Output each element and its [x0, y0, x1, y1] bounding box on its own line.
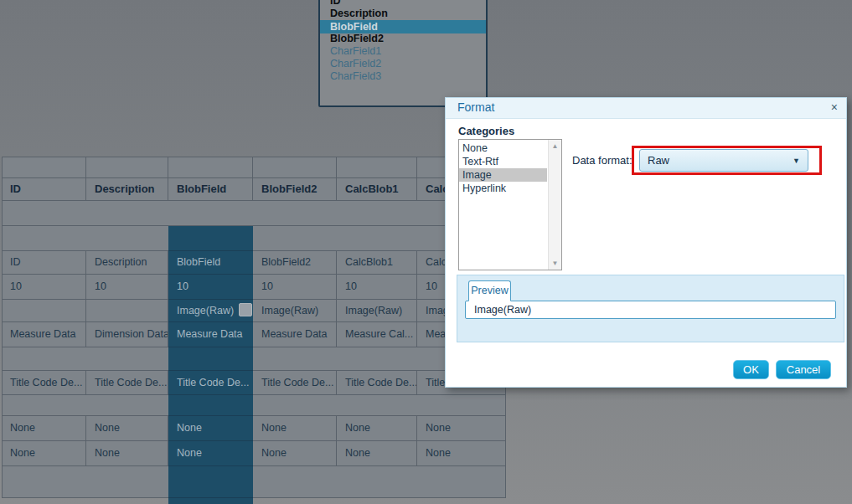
- grid-cell: [337, 157, 417, 178]
- field-list-item: CharField2: [320, 58, 486, 70]
- grid-cell: 10: [337, 275, 417, 300]
- category-option[interactable]: Hyperlink: [459, 182, 547, 195]
- grid-cell: [337, 395, 417, 416]
- grid-cell: [86, 347, 168, 371]
- grid-cell: [168, 201, 253, 226]
- grid-cell: [168, 347, 253, 371]
- grid-cell: [253, 157, 337, 178]
- format-dialog: Format × Categories NoneText-RtfImageHyp…: [445, 97, 847, 388]
- grid-cell: Title Code De...: [168, 371, 253, 395]
- grid-cell: None: [417, 416, 506, 441]
- grid-cell: Measure Cal...: [337, 322, 417, 347]
- listbox-scrollbar[interactable]: ▲ ▼: [548, 140, 561, 270]
- field-list-item: Description: [320, 8, 486, 20]
- grid-cell: [2, 300, 86, 322]
- preview-value: Image(Raw): [465, 301, 836, 319]
- grid-cell: None: [417, 441, 506, 466]
- grid-cell: [253, 226, 337, 251]
- browse-button: [239, 303, 252, 316]
- grid-header-cell: CalcBlob1: [337, 178, 417, 201]
- grid-cell: [2, 466, 86, 498]
- grid-header-cell: Description: [86, 178, 168, 201]
- grid-cell: None: [253, 416, 337, 441]
- ok-button[interactable]: OK: [733, 360, 769, 379]
- grid-cell: [337, 466, 417, 498]
- grid-cell: CalcBlob1: [337, 251, 417, 275]
- field-list-item: ID: [320, 0, 486, 8]
- grid-cell: [86, 157, 168, 178]
- grid-cell: Image(Raw): [337, 300, 417, 322]
- grid-cell: Image(Raw): [168, 300, 253, 322]
- grid-cell: Title Code De...: [337, 371, 417, 395]
- grid-cell: [253, 466, 337, 498]
- category-option[interactable]: Image: [459, 168, 547, 182]
- grid-cell: Measure Data: [2, 322, 86, 347]
- grid-cell: [168, 395, 253, 416]
- close-icon[interactable]: ×: [831, 100, 838, 114]
- grid-cell: [2, 347, 86, 371]
- grid-cell: 10: [2, 275, 86, 300]
- grid-cell: Title Code De...: [86, 371, 168, 395]
- grid-cell: Measure Data: [253, 322, 337, 347]
- data-format-dropdown[interactable]: Raw ▼: [639, 149, 808, 172]
- grid-cell: [337, 347, 417, 371]
- grid-cell: 10: [168, 275, 253, 300]
- grid-cell: Dimension Data: [86, 322, 168, 347]
- cancel-button[interactable]: Cancel: [776, 360, 831, 379]
- tab-preview[interactable]: Preview: [468, 280, 511, 301]
- grid-header-cell: BlobField: [168, 178, 253, 201]
- grid-cell: 10: [253, 275, 337, 300]
- grid-cell: [86, 466, 168, 498]
- application-window: IDDescriptionBlobFieldBlobField2CharFiel…: [0, 0, 852, 504]
- grid-cell: None: [168, 441, 253, 466]
- data-format-label: Data format:: [572, 149, 633, 172]
- dropdown-value: Raw: [648, 154, 669, 167]
- dialog-title: Format: [457, 100, 494, 114]
- grid-cell: BlobField: [168, 251, 253, 275]
- grid-cell: None: [253, 441, 337, 466]
- grid-header-cell: BlobField2: [253, 178, 337, 201]
- grid-cell: None: [2, 441, 86, 466]
- grid-cell: None: [168, 416, 253, 441]
- grid-cell: None: [2, 416, 86, 441]
- grid-cell: [253, 347, 337, 371]
- grid-cell: Title Code De...: [253, 371, 337, 395]
- grid-header-cell: ID: [2, 178, 86, 201]
- grid-cell: [2, 157, 86, 178]
- grid-cell: Title Code De...: [2, 371, 86, 395]
- grid-cell: [417, 395, 506, 416]
- field-list-item: CharField1: [320, 45, 486, 58]
- grid-cell: [253, 201, 337, 226]
- grid-cell: None: [86, 416, 168, 441]
- grid-cell: [337, 226, 417, 251]
- grid-cell: [168, 466, 253, 498]
- categories-label: Categories: [458, 125, 514, 137]
- grid-cell: [2, 201, 86, 226]
- category-option[interactable]: Text-Rtf: [459, 155, 547, 168]
- grid-cell: BlobField2: [253, 251, 337, 275]
- grid-cell: Description: [86, 251, 168, 275]
- grid-cell: [86, 201, 168, 226]
- grid-cell: ID: [2, 251, 86, 275]
- chevron-down-icon: ▼: [793, 150, 800, 172]
- scroll-up-icon[interactable]: ▲: [549, 142, 561, 150]
- grid-cell: [168, 157, 253, 178]
- category-option[interactable]: None: [459, 141, 547, 155]
- grid-cell: Image(Raw): [253, 300, 337, 322]
- preview-groupbox: Preview Image(Raw): [457, 275, 844, 342]
- grid-cell: 10: [86, 275, 168, 300]
- grid-cell: [2, 226, 86, 251]
- field-list-panel: IDDescriptionBlobFieldBlobField2CharFiel…: [318, 0, 488, 107]
- grid-cell: [168, 226, 253, 251]
- grid-cell: [86, 300, 168, 322]
- grid-cell: [417, 466, 506, 498]
- scroll-down-icon[interactable]: ▼: [549, 260, 561, 267]
- field-list-item: BlobField2: [320, 33, 486, 45]
- grid-cell: [337, 201, 417, 226]
- highlight-annotation: Raw ▼: [632, 146, 822, 175]
- grid-cell: [86, 395, 168, 416]
- categories-listbox[interactable]: NoneText-RtfImageHyperlink ▲ ▼: [458, 139, 562, 270]
- grid-cell: [2, 395, 86, 416]
- grid-cell: [253, 395, 337, 416]
- grid-cell: None: [86, 441, 168, 466]
